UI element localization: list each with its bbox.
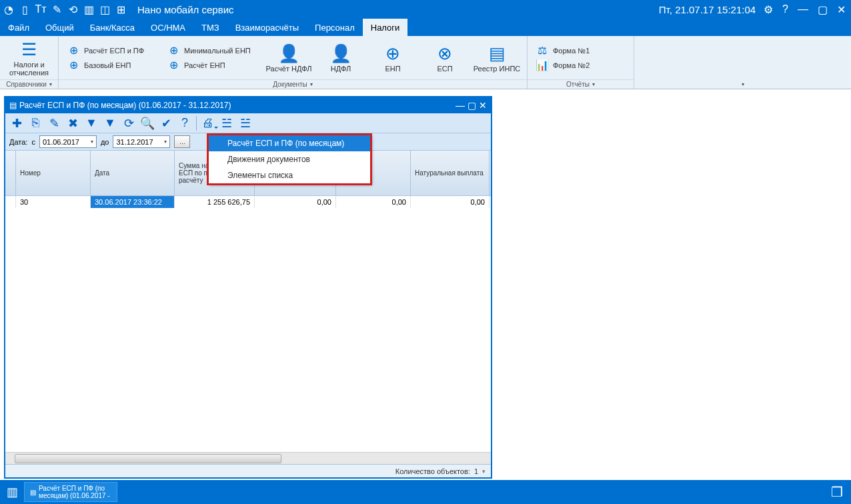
quick-icon-6[interactable]: ◫ <box>99 3 111 15</box>
cell-v4: 0,00 <box>411 196 490 208</box>
col-date[interactable]: Дата <box>91 151 175 195</box>
circle-icon: ⊕ <box>67 44 80 57</box>
app-icon[interactable]: ◔ <box>3 3 15 15</box>
menu-tmz[interactable]: ТМЗ <box>193 19 227 36</box>
print-button[interactable]: 🖨 <box>199 115 217 132</box>
rb-base-enp[interactable]: ⊕Базовый ЕНП <box>63 58 163 73</box>
rb-esp-pf[interactable]: ⊕Расчёт ЕСП и ПФ <box>63 43 163 58</box>
rb-esp[interactable]: ⊗ЕСП <box>419 42 471 74</box>
person-icon: 👤 <box>278 43 299 65</box>
child-title-text: Расчёт ЕСП и ПФ (по месяцам) (01.06.2017… <box>19 101 231 110</box>
child-window: ▤Расчёт ЕСП и ПФ (по месяцам) (01.06.201… <box>4 96 492 479</box>
menu-os[interactable]: ОС/НМА <box>143 19 193 36</box>
rb-min-enp[interactable]: ⊕Минимальный ЕНП <box>163 43 263 58</box>
rb-inps[interactable]: ▤Реестр ИНПС <box>471 42 523 74</box>
filter-button[interactable]: ▼ <box>83 115 100 132</box>
quick-icon-7[interactable]: ⊞ <box>115 3 127 15</box>
cell-v2: 0,00 <box>255 196 336 208</box>
rb-taxes-deductions[interactable]: ☰ Налоги и отчисления <box>4 38 54 78</box>
copy-button[interactable]: ⎘ <box>27 115 44 132</box>
rb-calc-enp[interactable]: ⊕Расчёт ЕНП <box>163 58 263 73</box>
task-doc-icon: ▤ <box>30 489 36 496</box>
chart-icon: 📊 <box>536 59 549 72</box>
ribbon-group-reports[interactable]: Отчёты <box>528 79 634 89</box>
ctx-item-calc-esp-pf[interactable]: Расчёт ЕСП и ПФ (по месяцам) <box>209 135 370 151</box>
status-count-label: Количество объектов: <box>395 467 470 475</box>
col-icon[interactable] <box>5 151 16 195</box>
menu-taxes[interactable]: Налоги <box>363 19 408 36</box>
edit-button[interactable]: ✎ <box>45 115 63 132</box>
workspace: ▤Расчёт ЕСП и ПФ (по месяцам) (01.06.201… <box>0 89 851 480</box>
child-maximize-icon[interactable]: ▢ <box>468 100 476 111</box>
scrollbar-thumb[interactable] <box>15 454 281 463</box>
menu-common[interactable]: Общий <box>37 19 82 36</box>
ctx-item-doc-movements[interactable]: Движения документов <box>209 151 370 167</box>
taskbar-apps-icon[interactable]: ▥ <box>3 483 21 501</box>
add-button[interactable]: ✚ <box>8 115 25 132</box>
quick-icon-2[interactable]: Tт <box>35 3 47 15</box>
horizontal-scrollbar[interactable] <box>5 452 491 464</box>
circle-icon: ⊕ <box>167 44 180 57</box>
status-count-value: 1 <box>474 467 478 475</box>
table-row[interactable]: 30 30.06.2017 23:36:22 1 255 626,75 0,00… <box>5 196 491 208</box>
menu-file[interactable]: Файл <box>0 19 37 36</box>
ribbon: ☰ Налоги и отчисления Справочники ⊕Расчё… <box>0 36 851 89</box>
taskbar-task-1[interactable]: ▤ Расчёт ЕСП и ПФ (по месяцам) (01.06.20… <box>24 482 117 502</box>
taskbar-cascade-icon[interactable]: ❐ <box>826 484 848 500</box>
rb-calc-ndfl[interactable]: 👤Расчёт НДФЛ <box>263 42 315 74</box>
app-datetime: Пт, 21.07.17 15:21:04 <box>659 4 756 15</box>
cell-v1: 1 255 626,75 <box>175 196 255 208</box>
db-button-2[interactable]: ☱ <box>237 115 254 132</box>
rb-form1[interactable]: ⚖Форма №1 <box>532 43 632 58</box>
close-icon[interactable]: ✕ <box>834 3 848 16</box>
db-button-1[interactable]: ☱ <box>218 115 235 132</box>
rb-ndfl[interactable]: 👤НДФЛ <box>315 42 367 74</box>
refresh-button[interactable]: ⟳ <box>120 115 137 132</box>
document-icon: ▤ <box>9 101 17 110</box>
rb-form2[interactable]: 📊Форма №2 <box>532 58 632 73</box>
title-quick-icons: ◔ ▯ Tт ✎ ⟲ ▥ ◫ ⊞ <box>3 3 127 15</box>
circle-icon: ⊕ <box>167 59 180 72</box>
help-icon[interactable]: ? <box>780 3 791 15</box>
date-browse-button[interactable]: … <box>174 135 190 148</box>
help-button[interactable]: ? <box>176 115 193 132</box>
date-to-input[interactable]: 31.12.2017 <box>113 135 170 148</box>
ctx-item-list-elements[interactable]: Элементы списка <box>209 167 370 183</box>
minimize-icon[interactable]: — <box>795 3 811 15</box>
child-title-bar: ▤Расчёт ЕСП и ПФ (по месяцам) (01.06.201… <box>5 97 491 113</box>
menu-bank[interactable]: Банк/Касса <box>82 19 143 36</box>
check-button[interactable]: ✔ <box>157 115 175 132</box>
ribbon-group-references[interactable]: Справочники <box>0 79 58 89</box>
search-button[interactable]: 🔍 <box>139 115 156 132</box>
filter-date-label: Дата: <box>9 138 27 146</box>
cell-date: 30.06.2017 23:36:22 <box>91 196 175 208</box>
filter-to-label: до <box>101 138 109 146</box>
circle-icon: ⊕ <box>67 59 80 72</box>
menu-personnel[interactable]: Персонал <box>307 19 363 36</box>
col-number[interactable]: Номер <box>16 151 91 195</box>
child-minimize-icon[interactable]: — <box>456 100 465 111</box>
filter-clear-button[interactable]: ▼ <box>101 115 119 132</box>
title-bar: ◔ ▯ Tт ✎ ⟲ ▥ ◫ ⊞ Нано мобайл сервис Пт, … <box>0 0 851 19</box>
delete-button[interactable]: ✖ <box>64 115 81 132</box>
ribbon-group-documents[interactable]: Документы <box>59 79 527 89</box>
menu-settlements[interactable]: Взаиморасчёты <box>227 19 307 36</box>
settings-icon[interactable]: ⚙ <box>761 3 776 16</box>
quick-icon-3[interactable]: ✎ <box>51 3 63 15</box>
scales-icon: ⚖ <box>536 44 549 57</box>
cell-v3: 0,00 <box>336 196 411 208</box>
date-from-input[interactable]: 01.06.2017 <box>39 135 97 148</box>
target-icon: ⊕ <box>382 43 403 65</box>
grid-body[interactable]: 30 30.06.2017 23:36:22 1 255 626,75 0,00… <box>5 196 491 452</box>
rb-enp[interactable]: ⊕ЕНП <box>367 42 419 74</box>
quick-icon-1[interactable]: ▯ <box>19 3 31 15</box>
quick-icon-5[interactable]: ▥ <box>83 3 95 15</box>
maximize-icon[interactable]: ▢ <box>815 3 830 16</box>
menu-bar: Файл Общий Банк/Касса ОС/НМА ТМЗ Взаимор… <box>0 19 851 36</box>
taskbar: ▥ ▤ Расчёт ЕСП и ПФ (по месяцам) (01.06.… <box>0 480 851 504</box>
quick-icon-4[interactable]: ⟲ <box>67 3 79 15</box>
status-dropdown-icon[interactable]: ▾ <box>482 468 486 475</box>
list-icon: ▤ <box>486 43 508 65</box>
col-natural[interactable]: Натуральная выплата <box>411 151 490 195</box>
child-close-icon[interactable]: ✕ <box>479 100 487 111</box>
